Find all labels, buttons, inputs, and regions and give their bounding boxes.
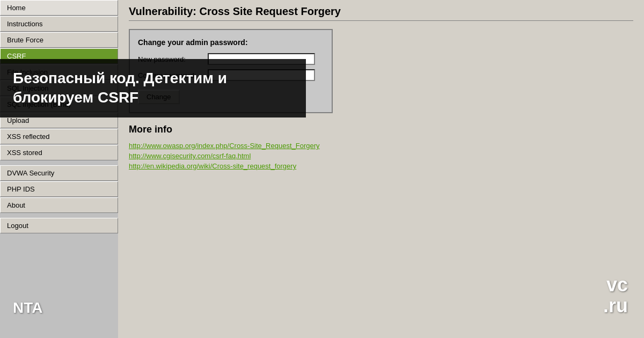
more-info-link-2[interactable]: http://www.cgisecurity.com/csrf-faq.html (129, 152, 633, 160)
sidebar-item-xss-reflected[interactable]: XSS reflected (0, 129, 118, 144)
overlay-banner: Безопасный код. Детектим и блокируем CSR… (0, 59, 306, 117)
sidebar-item-about[interactable]: About (0, 197, 118, 213)
vcru-badge: vc.ru (603, 274, 628, 317)
page-wrapper: Home Instructions Brute Force CSRF File … (0, 0, 644, 338)
more-info-link-3[interactable]: http://en.wikipedia.org/wiki/Cross-site_… (129, 162, 633, 170)
nta-badge: NTA (13, 299, 42, 317)
sidebar-item-dvwa-security[interactable]: DVWA Security (0, 165, 118, 181)
page-title: Vulnerability: Cross Site Request Forger… (129, 5, 633, 21)
sidebar: Home Instructions Brute Force CSRF File … (0, 0, 118, 338)
more-info-link-1[interactable]: http://www.owasp.org/index.php/Cross-Sit… (129, 142, 633, 150)
sidebar-item-php-ids[interactable]: PHP IDS (0, 181, 118, 197)
sidebar-item-home[interactable]: Home (0, 0, 118, 16)
sidebar-item-xss-stored[interactable]: XSS stored (0, 145, 118, 160)
sidebar-item-brute-force[interactable]: Brute Force (0, 32, 118, 48)
more-info-title: More info (129, 124, 633, 135)
password-box-title: Change your admin password: (138, 38, 324, 47)
overlay-title: Безопасный код. Детектим и блокируем CSR… (13, 69, 293, 108)
sidebar-item-instructions[interactable]: Instructions (0, 16, 118, 32)
content-area: Vulnerability: Cross Site Request Forger… (118, 0, 644, 338)
sidebar-item-logout[interactable]: Logout (0, 218, 118, 233)
